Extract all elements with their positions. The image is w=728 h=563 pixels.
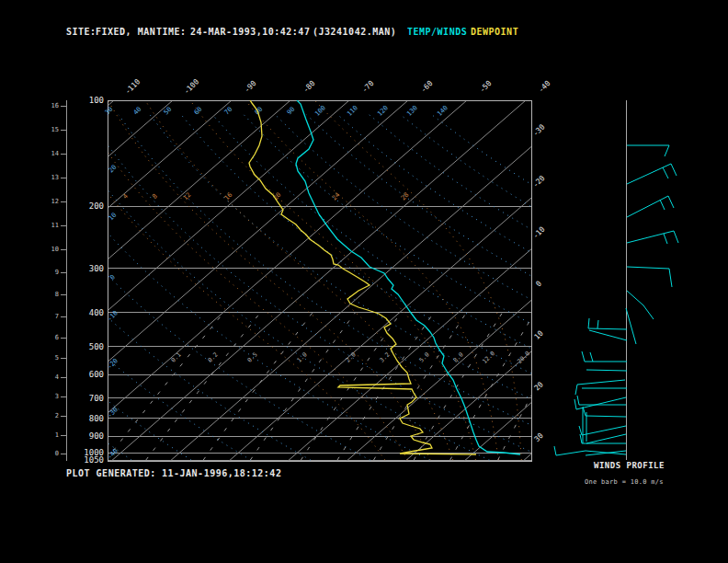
- svg-text:16: 16: [51, 102, 59, 109]
- svg-text:8: 8: [151, 192, 159, 201]
- svg-text:3: 3: [55, 393, 59, 400]
- dewpoint-trace: [249, 100, 476, 454]
- svg-text:-70: -70: [360, 79, 376, 95]
- isotherm-labels-top: -110-100-90-80-70-60-50-40: [123, 77, 552, 96]
- moist-adiabats: [50, 100, 521, 460]
- svg-text:600: 600: [89, 370, 104, 379]
- svg-text:8.0: 8.0: [452, 351, 465, 364]
- svg-text:10: 10: [108, 212, 119, 223]
- svg-text:15: 15: [51, 126, 59, 133]
- svg-text:16: 16: [223, 191, 234, 202]
- svg-text:1: 1: [55, 431, 59, 439]
- svg-text:70: 70: [223, 106, 234, 117]
- svg-text:900: 900: [89, 431, 104, 441]
- svg-text:10: 10: [51, 246, 59, 253]
- svg-text:12: 12: [182, 191, 193, 202]
- svg-text:4: 4: [55, 373, 59, 381]
- svg-text:28: 28: [400, 191, 411, 202]
- svg-text:40: 40: [132, 106, 143, 117]
- svg-text:2: 2: [55, 412, 59, 419]
- svg-text:-90: -90: [243, 79, 258, 95]
- svg-text:0.2: 0.2: [207, 351, 220, 364]
- svg-text:500: 500: [89, 342, 104, 351]
- svg-text:50: 50: [163, 106, 174, 117]
- mixing-ratio-lines: [106, 313, 577, 461]
- svg-text:-30: -30: [531, 122, 547, 138]
- svg-text:8: 8: [55, 291, 59, 298]
- svg-text:-60: -60: [419, 79, 435, 95]
- dry-adiabat-labels: 3040506070809010011012013014020100-10-20…: [104, 104, 449, 461]
- svg-text:60: 60: [193, 106, 204, 117]
- wind-profile-title: WINDS PROFILE: [594, 461, 665, 470]
- svg-text:5: 5: [55, 354, 59, 362]
- skewt-sounding-app: { "header": { "site_label": "SITE:", "si…: [0, 0, 728, 563]
- svg-text:10: 10: [533, 329, 545, 341]
- moist-adiabat-labels: 481216202428: [121, 191, 410, 202]
- svg-text:6: 6: [55, 334, 59, 341]
- svg-text:20: 20: [533, 380, 545, 392]
- svg-text:30: 30: [104, 106, 115, 117]
- pressure-axis-labels: 10020030040050060070080090010001050: [84, 96, 104, 465]
- svg-text:-80: -80: [301, 79, 317, 95]
- svg-text:2.0: 2.0: [345, 351, 358, 364]
- svg-text:-20: -20: [531, 174, 547, 190]
- svg-text:800: 800: [89, 414, 104, 423]
- svg-text:-50: -50: [478, 79, 494, 95]
- svg-text:-110: -110: [123, 77, 142, 96]
- svg-text:12: 12: [51, 198, 59, 205]
- svg-text:120: 120: [376, 104, 390, 118]
- svg-text:-10: -10: [531, 225, 547, 241]
- svg-text:1.0: 1.0: [296, 351, 309, 364]
- svg-text:200: 200: [89, 201, 104, 211]
- svg-text:0.1: 0.1: [170, 351, 183, 364]
- svg-text:-100: -100: [182, 77, 200, 96]
- svg-text:14: 14: [51, 150, 59, 157]
- svg-text:0.5: 0.5: [246, 351, 259, 364]
- wind-profile-caption: One barb = 10.0 m/s: [585, 478, 664, 486]
- svg-text:100: 100: [313, 104, 327, 118]
- svg-text:24: 24: [331, 191, 342, 202]
- svg-text:20.0: 20.0: [516, 350, 531, 365]
- svg-text:0: 0: [534, 280, 543, 289]
- svg-text:90: 90: [286, 106, 297, 117]
- svg-text:3.2: 3.2: [379, 351, 392, 364]
- svg-text:13: 13: [51, 174, 59, 181]
- svg-text:700: 700: [89, 394, 104, 403]
- svg-text:5.0: 5.0: [418, 351, 431, 364]
- wind-barbs: [554, 145, 678, 455]
- svg-text:11: 11: [51, 222, 59, 229]
- svg-text:12.0: 12.0: [481, 350, 496, 365]
- temperature-trace: [296, 100, 520, 454]
- svg-text:100: 100: [89, 96, 104, 105]
- svg-text:4: 4: [121, 192, 130, 201]
- isotherm-labels-right: -30-20-100102030: [531, 122, 547, 443]
- svg-text:110: 110: [346, 104, 359, 118]
- svg-text:9: 9: [55, 269, 59, 276]
- height-axis: 161514131211109876543210: [51, 100, 66, 461]
- plot-generated-value: 11-JAN-1996,18:12:42: [162, 468, 281, 478]
- svg-text:0: 0: [55, 450, 59, 457]
- svg-text:0: 0: [108, 273, 117, 282]
- plot-generated-label: PLOT GENERATED:: [66, 468, 156, 478]
- svg-text:400: 400: [89, 308, 104, 317]
- svg-text:-40: -40: [537, 79, 552, 95]
- svg-text:1050: 1050: [84, 455, 104, 465]
- svg-text:140: 140: [436, 104, 449, 118]
- svg-text:20: 20: [108, 164, 119, 175]
- svg-text:130: 130: [405, 104, 419, 118]
- svg-text:300: 300: [89, 264, 104, 273]
- svg-text:30: 30: [533, 431, 545, 443]
- svg-text:7: 7: [55, 313, 59, 320]
